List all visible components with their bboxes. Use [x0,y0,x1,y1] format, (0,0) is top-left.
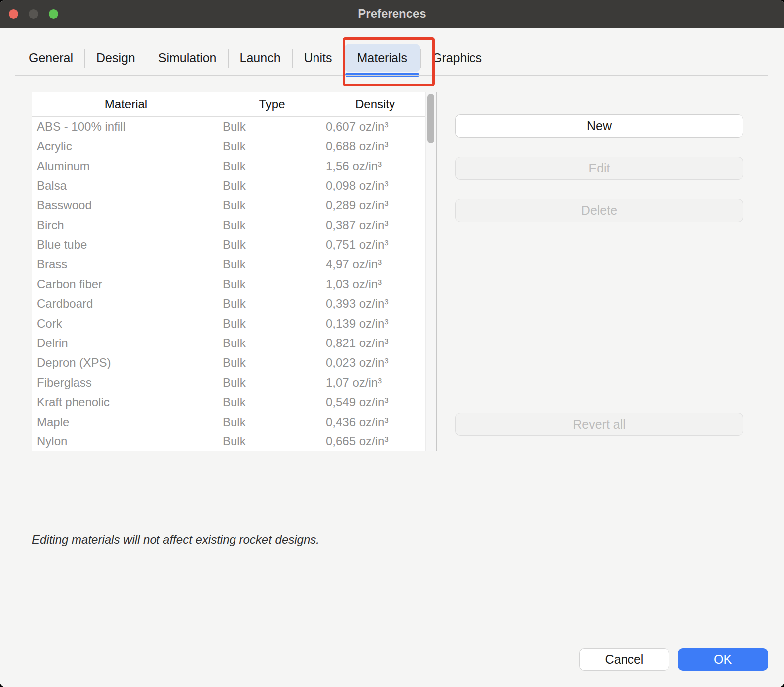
window-title: Preferences [358,7,426,21]
table-row[interactable]: BirchBulk0,387 oz/in³ [32,215,436,235]
edit-button[interactable]: Edit [455,157,743,180]
table-row[interactable]: CardboardBulk0,393 oz/in³ [32,294,436,314]
cell-type: Bulk [220,395,324,409]
table-row[interactable]: NylonBulk0,665 oz/in³ [32,432,436,451]
table-row[interactable]: ABS - 100% infillBulk0,607 oz/in³ [32,117,436,137]
cell-density: 0,688 oz/in³ [324,139,436,153]
revert-all-button[interactable]: Revert all [455,413,743,436]
table-row[interactable]: CorkBulk0,139 oz/in³ [32,314,436,334]
preferences-window: Preferences GeneralDesignSimulationLaunc… [0,0,784,687]
cell-material: Blue tube [32,238,220,252]
cell-density: 0,549 oz/in³ [324,395,436,409]
table-row[interactable]: BalsaBulk0,098 oz/in³ [32,176,436,196]
cell-material: Cork [32,317,220,331]
cell-type: Bulk [220,336,324,350]
tab-label: Design [96,51,135,65]
cell-density: 0,665 oz/in³ [324,434,436,448]
cancel-button[interactable]: Cancel [579,648,669,671]
cell-type: Bulk [220,376,324,390]
cell-material: Maple [32,415,220,429]
cell-material: Kraft phenolic [32,395,220,409]
table-body: ABS - 100% infillBulk0,607 oz/in³Acrylic… [32,117,436,451]
cell-type: Bulk [220,238,324,252]
tab-simulation[interactable]: Simulation [147,44,228,72]
minimize-icon[interactable] [29,9,38,19]
cell-type: Bulk [220,277,324,291]
cell-material: Carbon fiber [32,277,220,291]
materials-note: Editing materials will not affect existi… [32,533,319,547]
tab-label: Launch [240,51,281,65]
cell-material: Brass [32,258,220,271]
table-row[interactable]: AcrylicBulk0,688 oz/in³ [32,137,436,157]
close-icon[interactable] [9,9,18,19]
table-row[interactable]: DelrinBulk0,821 oz/in³ [32,334,436,353]
cell-type: Bulk [220,120,324,134]
cell-density: 0,139 oz/in³ [324,317,436,331]
cell-density: 1,07 oz/in³ [324,376,436,390]
scrollbar-track[interactable] [425,92,436,451]
column-header-type[interactable]: Type [220,92,324,116]
cell-type: Bulk [220,139,324,153]
cell-type: Bulk [220,198,324,212]
tab-launch[interactable]: Launch [229,44,292,72]
tab-design[interactable]: Design [85,44,147,72]
table-row[interactable]: MapleBulk0,436 oz/in³ [32,412,436,432]
cell-density: 4,97 oz/in³ [324,258,436,271]
ok-button[interactable]: OK [678,648,768,671]
cell-material: Balsa [32,179,220,193]
cell-material: Nylon [32,434,220,448]
table-row[interactable]: FiberglassBulk1,07 oz/in³ [32,373,436,393]
table-row[interactable]: Carbon fiberBulk1,03 oz/in³ [32,274,436,294]
table-row[interactable]: BasswoodBulk0,289 oz/in³ [32,195,436,215]
cell-material: Cardboard [32,297,220,311]
table-row[interactable]: Blue tubeBulk0,751 oz/in³ [32,235,436,255]
cell-material: ABS - 100% infill [32,120,220,134]
new-button[interactable]: New [455,114,743,138]
cell-type: Bulk [220,356,324,370]
cell-type: Bulk [220,258,324,271]
cell-type: Bulk [220,297,324,311]
cell-material: Birch [32,218,220,232]
cell-density: 0,436 oz/in³ [324,415,436,429]
cell-density: 0,821 oz/in³ [324,336,436,350]
table-row[interactable]: BrassBulk4,97 oz/in³ [32,255,436,274]
traffic-lights [9,0,58,28]
cell-density: 1,56 oz/in³ [324,159,436,173]
cell-type: Bulk [220,159,324,173]
tab-units[interactable]: Units [293,44,344,72]
maximize-icon[interactable] [49,9,58,19]
cell-material: Acrylic [32,139,220,153]
cell-material: Basswood [32,198,220,212]
table-row[interactable]: Depron (XPS)Bulk0,023 oz/in³ [32,353,436,373]
tab-label: Simulation [158,51,217,65]
cell-type: Bulk [220,434,324,448]
delete-button[interactable]: Delete [455,199,743,222]
cell-density: 0,607 oz/in³ [324,120,436,134]
cell-density: 0,023 oz/in³ [324,356,436,370]
table-row[interactable]: AluminumBulk1,56 oz/in³ [32,156,436,176]
column-header-density[interactable]: Density [324,92,426,116]
cell-type: Bulk [220,317,324,331]
cell-type: Bulk [220,415,324,429]
tab-label: Graphics [432,51,482,65]
cell-material: Depron (XPS) [32,356,220,370]
tab-materials[interactable]: Materials [344,44,420,72]
tab-general[interactable]: General [17,44,84,72]
cell-type: Bulk [220,179,324,193]
cell-density: 0,751 oz/in³ [324,238,436,252]
table-row[interactable]: Kraft phenolicBulk0,549 oz/in³ [32,392,436,412]
cell-density: 0,387 oz/in³ [324,218,436,232]
cell-material: Delrin [32,336,220,350]
tab-graphics[interactable]: Graphics [421,44,493,72]
table-header: Material Type Density [32,92,436,117]
cell-density: 1,03 oz/in³ [324,277,436,291]
tab-label: General [29,51,73,65]
column-header-material[interactable]: Material [32,92,220,116]
scrollbar-thumb[interactable] [427,94,434,143]
cell-density: 0,393 oz/in³ [324,297,436,311]
cell-type: Bulk [220,218,324,232]
cell-density: 0,098 oz/in³ [324,179,436,193]
title-bar: Preferences [0,0,784,28]
cell-density: 0,289 oz/in³ [324,198,436,212]
tab-label: Units [304,51,332,65]
